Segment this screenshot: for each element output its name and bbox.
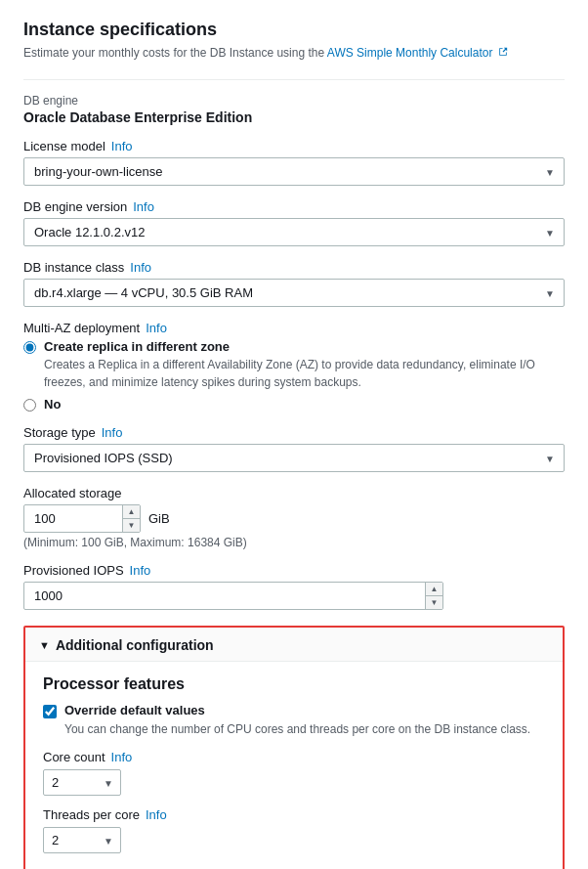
threads-per-core-info[interactable]: Info [146, 807, 167, 822]
page-subtitle: Estimate your monthly costs for the DB I… [23, 44, 565, 62]
db-engine-version-select-wrapper: Oracle 12.1.0.2.v12 ▼ [23, 218, 565, 246]
license-model-select-wrapper: bring-your-own-license ▼ [23, 157, 565, 186]
override-content: Override default values You can change t… [64, 703, 530, 738]
allocated-storage-spinners: ▲ ▼ [122, 505, 140, 532]
db-engine-label: DB engine [23, 94, 565, 108]
threads-per-core-label: Threads per core Info [43, 807, 545, 822]
override-desc: You can change the number of CPU cores a… [64, 720, 530, 738]
allocated-storage-input-row: ▲ ▼ GiB [23, 504, 565, 533]
multi-az-replica-label: Create replica in different zone [44, 339, 565, 354]
section-header: Instance specifications Estimate your mo… [23, 20, 565, 62]
threads-per-core-select[interactable]: 2 [43, 827, 121, 853]
allocated-storage-unit: GiB [148, 511, 170, 526]
multi-az-group: Multi-AZ deployment Info Create replica … [23, 321, 565, 412]
threads-per-core-select-wrapper: 2 ▼ [43, 827, 121, 853]
threads-per-core-group: Threads per core Info 2 ▼ [43, 807, 545, 853]
db-instance-class-info[interactable]: Info [130, 260, 151, 275]
storage-type-label: Storage type Info [23, 425, 565, 440]
additional-config-body: Processor features Override default valu… [25, 662, 563, 869]
multi-az-no-content: No [44, 397, 565, 412]
provisioned-iops-input[interactable] [23, 582, 443, 610]
allocated-storage-group: Allocated storage ▲ ▼ GiB (Minimum: 100 … [23, 486, 565, 549]
multi-az-replica-desc: Creates a Replica in a different Availab… [44, 356, 565, 391]
core-count-label: Core count Info [43, 750, 545, 764]
core-count-info[interactable]: Info [111, 750, 133, 764]
multi-az-radio-group: Create replica in different zone Creates… [23, 339, 565, 412]
additional-config-header[interactable]: ▼ Additional configuration [25, 628, 563, 662]
multi-az-replica-content: Create replica in different zone Creates… [44, 339, 565, 391]
additional-config-title: Additional configuration [56, 637, 214, 653]
license-model-info[interactable]: Info [111, 139, 133, 153]
multi-az-no-option: No [23, 397, 565, 412]
multi-az-no-label: No [44, 397, 565, 412]
db-instance-class-group: DB instance class Info db.r4.xlarge — 4 … [23, 260, 565, 307]
provisioned-iops-info[interactable]: Info [130, 563, 151, 578]
multi-az-no-radio[interactable] [23, 399, 36, 412]
storage-type-select-wrapper: Provisioned IOPS (SSD) ▼ [23, 444, 565, 472]
db-engine-version-info[interactable]: Info [133, 199, 154, 214]
multi-az-replica-option: Create replica in different zone Creates… [23, 339, 565, 391]
override-checkbox-row: Override default values You can change t… [43, 703, 545, 738]
storage-type-select[interactable]: Provisioned IOPS (SSD) [23, 444, 565, 472]
core-count-group: Core count Info 2 ▼ [43, 750, 545, 796]
provisioned-iops-decrement[interactable]: ▼ [425, 596, 442, 609]
page-title: Instance specifications [23, 20, 565, 40]
db-instance-class-select[interactable]: db.r4.xlarge — 4 vCPU, 30.5 GiB RAM [23, 279, 565, 307]
storage-type-info[interactable]: Info [102, 425, 123, 440]
core-count-select-wrapper: 2 ▼ [43, 769, 121, 796]
provisioned-iops-spinners: ▲ ▼ [425, 583, 442, 609]
allocated-storage-decrement[interactable]: ▼ [122, 519, 140, 532]
allocated-storage-hint: (Minimum: 100 GiB, Maximum: 16384 GiB) [23, 536, 565, 549]
allocated-storage-increment[interactable]: ▲ [122, 505, 140, 519]
multi-az-info[interactable]: Info [146, 321, 167, 335]
collapse-icon: ▼ [39, 639, 50, 651]
db-engine-group: DB engine Oracle Database Enterprise Edi… [23, 94, 565, 125]
multi-az-label: Multi-AZ deployment Info [23, 321, 565, 335]
provisioned-iops-label: Provisioned IOPS Info [23, 563, 565, 578]
db-engine-value: Oracle Database Enterprise Edition [23, 109, 565, 125]
db-engine-version-group: DB engine version Info Oracle 12.1.0.2.v… [23, 199, 565, 246]
calculator-link[interactable]: AWS Simple Monthly Calculator [327, 46, 508, 60]
storage-type-group: Storage type Info Provisioned IOPS (SSD)… [23, 425, 565, 472]
db-instance-class-label: DB instance class Info [23, 260, 565, 275]
db-instance-class-select-wrapper: db.r4.xlarge — 4 vCPU, 30.5 GiB RAM ▼ [23, 279, 565, 307]
license-model-label: License model Info [23, 139, 565, 153]
allocated-storage-spinner-wrapper: ▲ ▼ [23, 504, 141, 533]
override-checkbox[interactable] [43, 705, 57, 718]
license-model-group: License model Info bring-your-own-licens… [23, 139, 565, 186]
core-count-select[interactable]: 2 [43, 769, 121, 796]
provisioned-iops-spinner-wrapper: ▲ ▼ [23, 582, 443, 610]
additional-config-box: ▼ Additional configuration Processor fea… [23, 626, 565, 869]
db-engine-version-label: DB engine version Info [23, 199, 565, 214]
provisioned-iops-increment[interactable]: ▲ [425, 583, 442, 596]
db-engine-version-select[interactable]: Oracle 12.1.0.2.v12 [23, 218, 565, 246]
multi-az-replica-radio[interactable] [23, 341, 36, 354]
provisioned-iops-group: Provisioned IOPS Info ▲ ▼ [23, 563, 565, 610]
header-divider [23, 79, 565, 80]
license-model-select[interactable]: bring-your-own-license [23, 157, 565, 186]
override-label: Override default values [64, 703, 530, 717]
external-link-icon [498, 47, 508, 57]
processor-features-title: Processor features [43, 675, 545, 693]
allocated-storage-label: Allocated storage [23, 486, 565, 500]
